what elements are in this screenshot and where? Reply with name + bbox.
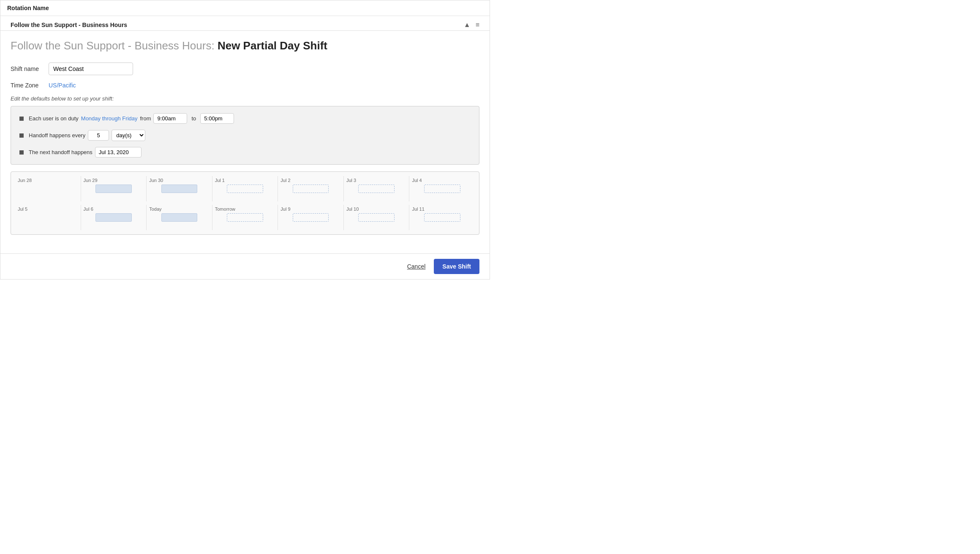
day-label-tomorrow: Tomorrow — [215, 206, 275, 212]
calendar-day-jul5: Jul 5 — [15, 205, 81, 230]
day-event-tomorrow — [227, 213, 263, 222]
calendar-day-jun28: Jun 28 — [15, 176, 81, 201]
handoff-row: Handoff happens every day(s) week(s) — [19, 130, 471, 141]
day-event-jul2 — [293, 185, 329, 193]
day-label-today: Today — [149, 206, 210, 212]
timezone-label: Time Zone — [11, 82, 49, 89]
section-header: Follow the Sun Support - Business Hours … — [0, 16, 490, 31]
duty-prefix: Each user is on duty — [29, 115, 79, 122]
day-label-jun30: Jun 30 — [149, 178, 210, 183]
main-content: Follow the Sun Support - Business Hours:… — [0, 31, 490, 253]
day-label-jul9: Jul 9 — [280, 206, 341, 212]
day-event-jun29 — [95, 185, 132, 193]
duty-days-link[interactable]: Monday through Friday — [81, 115, 138, 122]
timezone-row: Time Zone US/Pacific — [11, 82, 479, 89]
bullet-2 — [19, 133, 24, 138]
duty-from: from — [140, 115, 151, 122]
defaults-label: Edit the defaults below to set up your s… — [11, 95, 479, 102]
day-label-jul11: Jul 11 — [412, 206, 472, 212]
day-event-jul6 — [95, 213, 132, 222]
next-handoff-prefix: The next handoff happens — [29, 149, 93, 155]
day-label-jun29: Jun 29 — [84, 178, 144, 183]
calendar-grid: Jun 28 Jun 29 Jun 30 Jul 1 — [15, 176, 475, 230]
day-event-jul1 — [227, 185, 263, 193]
day-label-jul6: Jul 6 — [84, 206, 144, 212]
calendar-day-tomorrow: Tomorrow — [212, 205, 278, 230]
day-label-jul10: Jul 10 — [346, 206, 407, 212]
calendar-day-jul4: Jul 4 — [409, 176, 475, 201]
calendar-week-2: Jul 5 Jul 6 Today Tomorrow — [15, 205, 475, 230]
calendar-day-jul2: Jul 2 — [278, 176, 344, 201]
footer-actions: Cancel Save Shift — [0, 253, 490, 279]
day-label-jul2: Jul 2 — [280, 178, 341, 183]
day-event-jul9 — [293, 213, 329, 222]
calendar-day-jun30: Jun 30 — [147, 176, 212, 201]
cancel-button[interactable]: Cancel — [406, 260, 427, 273]
header-bar: Rotation Name — [0, 0, 490, 16]
calendar-day-jul3: Jul 3 — [344, 176, 410, 201]
calendar-day-today: Today — [147, 205, 212, 230]
time-end-input[interactable] — [200, 113, 234, 124]
menu-icon[interactable]: ≡ — [476, 21, 479, 29]
handoff-unit-select[interactable]: day(s) week(s) — [112, 130, 145, 141]
calendar-day-jun29: Jun 29 — [81, 176, 147, 201]
bullet-1 — [19, 117, 24, 121]
day-event-jul11 — [424, 213, 460, 222]
handoff-value-input[interactable] — [88, 130, 109, 141]
duty-to: to — [191, 115, 196, 122]
calendar-day-jul6: Jul 6 — [81, 205, 147, 230]
handoff-prefix: Handoff happens every — [29, 132, 85, 138]
page-title-prefix: Follow the Sun Support - Business Hours: — [11, 39, 218, 52]
day-event-jun30 — [161, 185, 198, 193]
shift-name-row: Shift name — [11, 62, 479, 75]
day-event-jul10 — [358, 213, 395, 222]
calendar-day-jul9: Jul 9 — [278, 205, 344, 230]
day-event-jul3 — [358, 185, 395, 193]
section-title: Follow the Sun Support - Business Hours — [11, 22, 127, 28]
next-handoff-date-input[interactable] — [95, 147, 142, 158]
calendar-day-jul10: Jul 10 — [344, 205, 410, 230]
collapse-icon[interactable]: ▲ — [464, 21, 471, 29]
header-controls: ▲ ≡ — [464, 21, 479, 29]
calendar-day-jul1: Jul 1 — [212, 176, 278, 201]
rotation-name-header: Rotation Name — [7, 5, 49, 11]
duty-row: Each user is on duty Monday through Frid… — [19, 113, 471, 124]
page-title-suffix: New Partial Day Shift — [218, 39, 327, 52]
day-label-jul5: Jul 5 — [18, 206, 78, 212]
day-event-today — [161, 213, 198, 222]
day-label-jun28: Jun 28 — [18, 178, 78, 183]
page-wrapper: Rotation Name Follow the Sun Support - B… — [0, 0, 490, 280]
timezone-link[interactable]: US/Pacific — [49, 82, 76, 89]
day-event-jul4 — [424, 185, 460, 193]
calendar-day-jul11: Jul 11 — [409, 205, 475, 230]
bullet-3 — [19, 150, 24, 155]
calendar-week-1: Jun 28 Jun 29 Jun 30 Jul 1 — [15, 176, 475, 201]
page-title: Follow the Sun Support - Business Hours:… — [11, 39, 479, 52]
time-start-input[interactable] — [153, 113, 187, 124]
day-label-jul4: Jul 4 — [412, 178, 472, 183]
shift-name-label: Shift name — [11, 65, 49, 72]
calendar-box: Jun 28 Jun 29 Jun 30 Jul 1 — [11, 171, 479, 235]
defaults-box: Each user is on duty Monday through Frid… — [11, 106, 479, 165]
day-label-jul3: Jul 3 — [346, 178, 407, 183]
save-shift-button[interactable]: Save Shift — [434, 259, 479, 274]
day-label-jul1: Jul 1 — [215, 178, 275, 183]
next-handoff-row: The next handoff happens — [19, 147, 471, 158]
shift-name-input[interactable] — [49, 62, 133, 75]
